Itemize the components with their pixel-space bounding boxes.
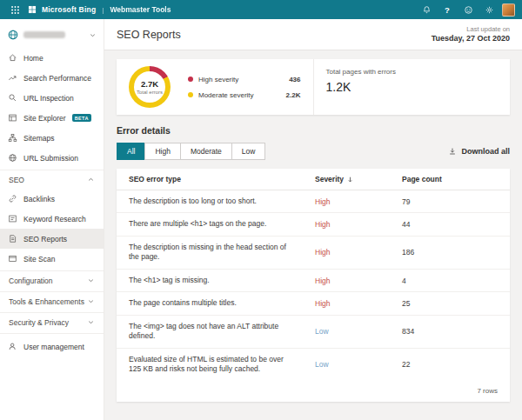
sitemap-icon <box>8 133 17 143</box>
page-count-cell: 79 <box>402 197 498 206</box>
sidebar-section-security-privacy[interactable]: Security & Privacy <box>0 312 104 331</box>
severity-filter-tabs: All High Moderate Low <box>117 143 265 160</box>
error-table: SEO error type Severity Page count The d… <box>117 169 510 402</box>
download-icon <box>448 147 457 156</box>
scan-icon <box>8 254 17 263</box>
sort-descending-icon <box>346 176 354 183</box>
download-all-button[interactable]: Download all <box>448 147 510 156</box>
sidebar-item-site-explorer[interactable]: Site Explorer BETA <box>0 108 104 128</box>
donut-center: 2.7K Total errors <box>134 71 165 103</box>
sidebar-item-url-inspection[interactable]: URL Inspection <box>0 88 104 108</box>
table-row[interactable]: The description is missing in the head s… <box>117 237 510 270</box>
sidebar-item-backlinks[interactable]: Backlinks <box>0 189 104 209</box>
severity-cell: High <box>315 299 402 308</box>
table-row[interactable]: The <img> tag does not have an ALT attri… <box>117 316 510 349</box>
total-pages-value: 1.2K <box>326 80 499 94</box>
tab-all[interactable]: All <box>117 143 145 160</box>
legend-value: 2.2K <box>286 91 301 99</box>
feedback-smiley-icon[interactable] <box>460 2 476 17</box>
section-label: SEO <box>9 176 24 184</box>
error-details-title: Error details <box>117 125 510 136</box>
last-update: Last update on Tuesday, 27 Oct 2020 <box>432 25 510 43</box>
chevron-down-icon <box>87 297 95 305</box>
severity-cell: High <box>315 197 402 206</box>
legend-item-moderate: Moderate severity 2.2K <box>188 91 301 99</box>
sidebar-section-seo[interactable]: SEO <box>0 170 104 189</box>
total-errors-label: Total errors <box>137 90 163 95</box>
legend-label: Moderate severity <box>198 91 281 99</box>
tab-low[interactable]: Low <box>231 143 266 160</box>
sidebar-item-site-scan[interactable]: Site Scan <box>0 249 104 269</box>
sidebar-item-label: Home <box>23 54 44 63</box>
chevron-up-icon <box>87 176 95 183</box>
site-selector[interactable] <box>0 24 104 48</box>
sidebar-section-tools-enhancements[interactable]: Tools & Enhancements <box>0 291 104 310</box>
table-row[interactable]: The page contains multiple titles. High … <box>117 292 510 315</box>
chevron-down-icon <box>87 318 95 326</box>
page-header: SEO Reports Last update on Tuesday, 27 O… <box>104 19 522 50</box>
table-row[interactable]: The <h1> tag is missing. High 4 <box>117 270 510 292</box>
table-row[interactable]: There are multiple <h1> tags on the page… <box>117 213 510 236</box>
trend-icon <box>8 73 17 83</box>
section-label: Security & Privacy <box>9 318 69 327</box>
sidebar-item-sitemaps[interactable]: Sitemaps <box>0 128 104 148</box>
sidebar-item-home[interactable]: Home <box>0 48 104 68</box>
table-header-row: SEO error type Severity Page count <box>117 169 510 190</box>
report-icon <box>8 234 17 243</box>
section-label: Tools & Enhancements <box>9 297 84 306</box>
sidebar-item-url-submission[interactable]: URL Submission <box>0 148 104 168</box>
sidebar-item-user-management[interactable]: User management <box>0 337 104 357</box>
last-update-label: Last update on <box>432 25 510 33</box>
waffle-menu-icon[interactable] <box>7 2 23 17</box>
person-icon <box>8 342 17 351</box>
error-type-cell: The page contains multiple titles. <box>129 298 315 308</box>
severity-cell: High <box>315 220 402 229</box>
errors-donut: 2.7K Total errors <box>129 66 171 108</box>
user-avatar[interactable] <box>502 3 515 17</box>
legend-label: High severity <box>198 76 284 83</box>
chevron-down-icon <box>87 277 95 284</box>
help-icon[interactable]: ? <box>439 2 455 17</box>
sidebar-item-label: User management <box>23 343 84 351</box>
explorer-icon <box>8 113 17 123</box>
donut-legend: High severity 436 Moderate severity 2.2K <box>188 76 301 99</box>
severity-cell: Low <box>315 327 402 336</box>
error-type-cell: The description is missing in the head s… <box>129 243 315 263</box>
error-type-cell: Evaluated size of HTML is estimated to b… <box>129 355 315 375</box>
sidebar-item-label: URL Submission <box>23 154 78 163</box>
top-app-bar: Microsoft Bing | Webmaster Tools ? <box>0 0 522 19</box>
tab-moderate[interactable]: Moderate <box>180 143 232 160</box>
sidebar-item-search-performance[interactable]: Search Performance <box>0 68 104 88</box>
error-type-cell: The description is too long or too short… <box>129 197 315 206</box>
sidebar-item-label: Sitemaps <box>23 134 54 143</box>
sidebar: Home Search Performance URL Inspection S… <box>0 19 104 420</box>
settings-gear-icon[interactable] <box>481 2 497 17</box>
sidebar-item-label: Backlinks <box>23 195 55 203</box>
total-pages-summary: Total pages with errors 1.2K <box>314 59 511 115</box>
severity-cell: High <box>315 248 402 257</box>
main-area: SEO Reports Last update on Tuesday, 27 O… <box>104 19 522 420</box>
tab-high[interactable]: High <box>144 143 180 160</box>
sidebar-item-keyword-research[interactable]: Keyword Research <box>0 209 104 229</box>
summary-card: 2.7K Total errors High severity 436 Mode… <box>117 59 510 115</box>
product-name: Webmaster Tools <box>110 5 171 14</box>
error-type-cell: The <img> tag does not have an ALT attri… <box>129 322 315 342</box>
brand-separator: | <box>102 6 104 14</box>
home-icon <box>8 53 17 63</box>
table-row[interactable]: Evaluated size of HTML is estimated to b… <box>117 349 510 381</box>
errors-summary: 2.7K Total errors High severity 436 Mode… <box>117 59 314 115</box>
page-count-cell: 4 <box>402 277 498 285</box>
table-row[interactable]: The description is too long or too short… <box>117 190 510 213</box>
sidebar-item-seo-reports[interactable]: SEO Reports <box>0 229 104 249</box>
download-all-label: Download all <box>461 147 510 156</box>
globe-icon <box>8 153 17 163</box>
sidebar-item-label: Site Scan <box>23 255 55 263</box>
severity-cell: Low <box>315 360 402 369</box>
page-count-cell: 834 <box>402 327 498 336</box>
page-count-cell: 22 <box>402 360 498 369</box>
keyword-icon <box>8 214 17 223</box>
col-header-severity[interactable]: Severity <box>315 175 402 183</box>
chevron-down-icon <box>89 31 97 39</box>
notifications-bell-icon[interactable] <box>418 2 434 17</box>
sidebar-section-configuration[interactable]: Configuration <box>0 270 104 290</box>
